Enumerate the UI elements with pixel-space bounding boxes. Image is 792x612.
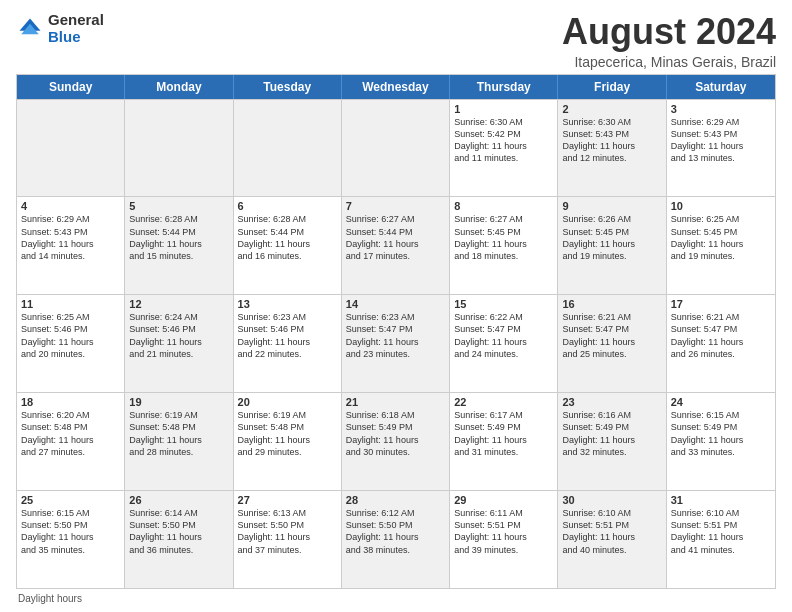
day-number: 31 [671, 494, 771, 506]
cal-cell-empty-0 [17, 100, 125, 197]
day-number: 1 [454, 103, 553, 115]
day-info: Sunrise: 6:11 AM Sunset: 5:51 PM Dayligh… [454, 507, 553, 556]
day-info: Sunrise: 6:24 AM Sunset: 5:46 PM Dayligh… [129, 311, 228, 360]
day-number: 24 [671, 396, 771, 408]
day-info: Sunrise: 6:30 AM Sunset: 5:42 PM Dayligh… [454, 116, 553, 165]
day-number: 16 [562, 298, 661, 310]
day-info: Sunrise: 6:23 AM Sunset: 5:46 PM Dayligh… [238, 311, 337, 360]
logo-icon [16, 15, 44, 43]
day-number: 7 [346, 200, 445, 212]
day-info: Sunrise: 6:16 AM Sunset: 5:49 PM Dayligh… [562, 409, 661, 458]
header-day-tuesday: Tuesday [234, 75, 342, 99]
footer-text: Daylight hours [18, 593, 82, 604]
day-info: Sunrise: 6:28 AM Sunset: 5:44 PM Dayligh… [238, 213, 337, 262]
day-number: 30 [562, 494, 661, 506]
cal-cell-14: 14Sunrise: 6:23 AM Sunset: 5:47 PM Dayli… [342, 295, 450, 392]
day-number: 18 [21, 396, 120, 408]
day-number: 11 [21, 298, 120, 310]
cal-cell-1: 1Sunrise: 6:30 AM Sunset: 5:42 PM Daylig… [450, 100, 558, 197]
day-number: 26 [129, 494, 228, 506]
header-day-saturday: Saturday [667, 75, 775, 99]
logo: General Blue [16, 12, 104, 45]
cal-cell-21: 21Sunrise: 6:18 AM Sunset: 5:49 PM Dayli… [342, 393, 450, 490]
main-title: August 2024 [562, 12, 776, 52]
day-info: Sunrise: 6:29 AM Sunset: 5:43 PM Dayligh… [21, 213, 120, 262]
day-info: Sunrise: 6:17 AM Sunset: 5:49 PM Dayligh… [454, 409, 553, 458]
calendar: SundayMondayTuesdayWednesdayThursdayFrid… [16, 74, 776, 589]
cal-cell-4: 4Sunrise: 6:29 AM Sunset: 5:43 PM Daylig… [17, 197, 125, 294]
header: General Blue August 2024 Itapecerica, Mi… [16, 12, 776, 70]
day-number: 28 [346, 494, 445, 506]
day-number: 4 [21, 200, 120, 212]
cal-cell-2: 2Sunrise: 6:30 AM Sunset: 5:43 PM Daylig… [558, 100, 666, 197]
cal-cell-31: 31Sunrise: 6:10 AM Sunset: 5:51 PM Dayli… [667, 491, 775, 588]
week-row-4: 18Sunrise: 6:20 AM Sunset: 5:48 PM Dayli… [17, 392, 775, 490]
calendar-body: 1Sunrise: 6:30 AM Sunset: 5:42 PM Daylig… [17, 99, 775, 588]
day-info: Sunrise: 6:25 AM Sunset: 5:45 PM Dayligh… [671, 213, 771, 262]
footer: Daylight hours [16, 593, 776, 604]
day-info: Sunrise: 6:15 AM Sunset: 5:50 PM Dayligh… [21, 507, 120, 556]
cal-cell-11: 11Sunrise: 6:25 AM Sunset: 5:46 PM Dayli… [17, 295, 125, 392]
cal-cell-20: 20Sunrise: 6:19 AM Sunset: 5:48 PM Dayli… [234, 393, 342, 490]
day-number: 15 [454, 298, 553, 310]
day-info: Sunrise: 6:10 AM Sunset: 5:51 PM Dayligh… [671, 507, 771, 556]
page: General Blue August 2024 Itapecerica, Mi… [0, 0, 792, 612]
cal-cell-15: 15Sunrise: 6:22 AM Sunset: 5:47 PM Dayli… [450, 295, 558, 392]
cal-cell-16: 16Sunrise: 6:21 AM Sunset: 5:47 PM Dayli… [558, 295, 666, 392]
cal-cell-empty-3 [342, 100, 450, 197]
cal-cell-3: 3Sunrise: 6:29 AM Sunset: 5:43 PM Daylig… [667, 100, 775, 197]
week-row-1: 1Sunrise: 6:30 AM Sunset: 5:42 PM Daylig… [17, 99, 775, 197]
day-info: Sunrise: 6:28 AM Sunset: 5:44 PM Dayligh… [129, 213, 228, 262]
day-info: Sunrise: 6:25 AM Sunset: 5:46 PM Dayligh… [21, 311, 120, 360]
day-number: 21 [346, 396, 445, 408]
day-number: 22 [454, 396, 553, 408]
cal-cell-28: 28Sunrise: 6:12 AM Sunset: 5:50 PM Dayli… [342, 491, 450, 588]
day-number: 2 [562, 103, 661, 115]
calendar-header: SundayMondayTuesdayWednesdayThursdayFrid… [17, 75, 775, 99]
cal-cell-26: 26Sunrise: 6:14 AM Sunset: 5:50 PM Dayli… [125, 491, 233, 588]
cal-cell-27: 27Sunrise: 6:13 AM Sunset: 5:50 PM Dayli… [234, 491, 342, 588]
title-block: August 2024 Itapecerica, Minas Gerais, B… [562, 12, 776, 70]
cal-cell-22: 22Sunrise: 6:17 AM Sunset: 5:49 PM Dayli… [450, 393, 558, 490]
day-info: Sunrise: 6:22 AM Sunset: 5:47 PM Dayligh… [454, 311, 553, 360]
day-info: Sunrise: 6:15 AM Sunset: 5:49 PM Dayligh… [671, 409, 771, 458]
cal-cell-12: 12Sunrise: 6:24 AM Sunset: 5:46 PM Dayli… [125, 295, 233, 392]
day-info: Sunrise: 6:21 AM Sunset: 5:47 PM Dayligh… [671, 311, 771, 360]
day-number: 3 [671, 103, 771, 115]
day-number: 9 [562, 200, 661, 212]
week-row-5: 25Sunrise: 6:15 AM Sunset: 5:50 PM Dayli… [17, 490, 775, 588]
cal-cell-10: 10Sunrise: 6:25 AM Sunset: 5:45 PM Dayli… [667, 197, 775, 294]
day-number: 8 [454, 200, 553, 212]
cal-cell-13: 13Sunrise: 6:23 AM Sunset: 5:46 PM Dayli… [234, 295, 342, 392]
cal-cell-9: 9Sunrise: 6:26 AM Sunset: 5:45 PM Daylig… [558, 197, 666, 294]
day-number: 17 [671, 298, 771, 310]
day-number: 12 [129, 298, 228, 310]
day-number: 5 [129, 200, 228, 212]
day-info: Sunrise: 6:30 AM Sunset: 5:43 PM Dayligh… [562, 116, 661, 165]
day-number: 14 [346, 298, 445, 310]
cal-cell-7: 7Sunrise: 6:27 AM Sunset: 5:44 PM Daylig… [342, 197, 450, 294]
day-info: Sunrise: 6:23 AM Sunset: 5:47 PM Dayligh… [346, 311, 445, 360]
day-number: 20 [238, 396, 337, 408]
day-info: Sunrise: 6:26 AM Sunset: 5:45 PM Dayligh… [562, 213, 661, 262]
day-number: 10 [671, 200, 771, 212]
day-info: Sunrise: 6:27 AM Sunset: 5:44 PM Dayligh… [346, 213, 445, 262]
cal-cell-23: 23Sunrise: 6:16 AM Sunset: 5:49 PM Dayli… [558, 393, 666, 490]
cal-cell-25: 25Sunrise: 6:15 AM Sunset: 5:50 PM Dayli… [17, 491, 125, 588]
day-info: Sunrise: 6:10 AM Sunset: 5:51 PM Dayligh… [562, 507, 661, 556]
day-info: Sunrise: 6:29 AM Sunset: 5:43 PM Dayligh… [671, 116, 771, 165]
header-day-thursday: Thursday [450, 75, 558, 99]
week-row-3: 11Sunrise: 6:25 AM Sunset: 5:46 PM Dayli… [17, 294, 775, 392]
cal-cell-8: 8Sunrise: 6:27 AM Sunset: 5:45 PM Daylig… [450, 197, 558, 294]
day-info: Sunrise: 6:21 AM Sunset: 5:47 PM Dayligh… [562, 311, 661, 360]
cal-cell-19: 19Sunrise: 6:19 AM Sunset: 5:48 PM Dayli… [125, 393, 233, 490]
day-info: Sunrise: 6:27 AM Sunset: 5:45 PM Dayligh… [454, 213, 553, 262]
day-number: 13 [238, 298, 337, 310]
day-info: Sunrise: 6:18 AM Sunset: 5:49 PM Dayligh… [346, 409, 445, 458]
header-day-sunday: Sunday [17, 75, 125, 99]
cal-cell-empty-2 [234, 100, 342, 197]
day-info: Sunrise: 6:19 AM Sunset: 5:48 PM Dayligh… [238, 409, 337, 458]
day-number: 6 [238, 200, 337, 212]
day-number: 23 [562, 396, 661, 408]
day-number: 25 [21, 494, 120, 506]
